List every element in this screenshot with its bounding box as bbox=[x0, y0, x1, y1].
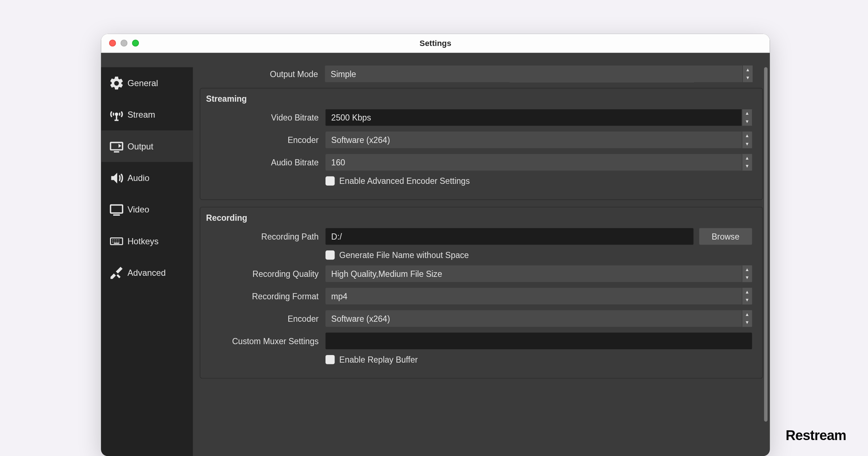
gear-icon bbox=[106, 72, 127, 94]
browse-button[interactable]: Browse bbox=[699, 228, 752, 245]
chevron-updown-icon: ▲▼ bbox=[742, 154, 752, 170]
streaming-group: Streaming Video Bitrate 2500 Kbps ▲▼ Enc… bbox=[200, 88, 763, 200]
settings-window: Settings General Stream bbox=[101, 34, 770, 456]
monitor-icon bbox=[106, 198, 127, 220]
sidebar-item-audio[interactable]: Audio bbox=[101, 162, 193, 194]
stepper-icon[interactable]: ▲▼ bbox=[742, 109, 752, 126]
output-mode-label: Output Mode bbox=[200, 69, 325, 78]
sidebar-item-output[interactable]: Output bbox=[101, 130, 193, 162]
recording-quality-select[interactable]: High Quality,Medium File Size ▲▼ bbox=[326, 265, 752, 282]
sidebar-item-label: Advanced bbox=[127, 268, 166, 278]
chevron-updown-icon: ▲▼ bbox=[742, 310, 752, 327]
sidebar-item-hotkeys[interactable]: Hotkeys bbox=[101, 225, 193, 257]
chevron-updown-icon: ▲▼ bbox=[742, 131, 752, 148]
custom-muxer-input[interactable] bbox=[326, 333, 752, 349]
sidebar-item-advanced[interactable]: Advanced bbox=[101, 257, 193, 288]
recording-format-select[interactable]: mp4 ▲▼ bbox=[326, 288, 752, 304]
sidebar-item-general[interactable]: General bbox=[101, 67, 193, 99]
tools-icon bbox=[106, 262, 127, 283]
audio-bitrate-label: Audio Bitrate bbox=[200, 158, 326, 167]
output-mode-select[interactable]: Simple ▲▼ bbox=[325, 66, 753, 82]
sidebar: General Stream Output bbox=[101, 67, 193, 456]
stream-encoder-select[interactable]: Software (x264) ▲▼ bbox=[326, 131, 752, 148]
checkbox-icon bbox=[326, 355, 335, 364]
sidebar-item-label: Audio bbox=[127, 173, 149, 183]
recording-encoder-label: Encoder bbox=[200, 314, 326, 323]
chevron-updown-icon: ▲▼ bbox=[742, 288, 752, 304]
recording-path-value: D:/ bbox=[331, 232, 342, 241]
stream-encoder-value: Software (x264) bbox=[331, 135, 390, 144]
custom-muxer-label: Custom Muxer Settings bbox=[200, 336, 326, 345]
recording-path-input[interactable]: D:/ bbox=[326, 228, 693, 245]
chevron-updown-icon: ▲▼ bbox=[742, 265, 752, 282]
keyboard-icon bbox=[106, 230, 127, 252]
antenna-icon bbox=[106, 104, 127, 126]
video-bitrate-value: 2500 Kbps bbox=[331, 113, 371, 122]
sidebar-item-label: Stream bbox=[127, 110, 155, 119]
recording-path-label: Recording Path bbox=[200, 232, 326, 241]
window-title: Settings bbox=[101, 38, 770, 47]
output-mode-value: Simple bbox=[331, 69, 356, 78]
recording-quality-value: High Quality,Medium File Size bbox=[331, 269, 442, 278]
sidebar-item-label: Hotkeys bbox=[127, 236, 158, 246]
recording-encoder-select[interactable]: Software (x264) ▲▼ bbox=[326, 310, 752, 327]
checkbox-icon bbox=[326, 176, 335, 185]
recording-group: Recording Recording Path D:/ Browse bbox=[200, 207, 763, 379]
recording-encoder-value: Software (x264) bbox=[331, 314, 390, 323]
sidebar-item-label: Video bbox=[127, 204, 149, 214]
monitor-output-icon bbox=[106, 135, 127, 157]
titlebar: Settings bbox=[101, 34, 770, 53]
stream-encoder-label: Encoder bbox=[200, 135, 326, 144]
main-panel: Output Mode Simple ▲▼ Streaming Video Bi… bbox=[193, 53, 770, 456]
video-bitrate-input[interactable]: 2500 Kbps ▲▼ bbox=[326, 109, 752, 126]
audio-bitrate-select[interactable]: 160 ▲▼ bbox=[326, 154, 752, 170]
chevron-updown-icon: ▲▼ bbox=[742, 66, 753, 82]
enable-advanced-encoder-label: Enable Advanced Encoder Settings bbox=[339, 176, 470, 185]
recording-format-label: Recording Format bbox=[200, 292, 326, 301]
sidebar-item-stream[interactable]: Stream bbox=[101, 99, 193, 130]
streaming-title: Streaming bbox=[200, 94, 762, 109]
video-bitrate-label: Video Bitrate bbox=[200, 113, 326, 122]
scrollbar[interactable] bbox=[764, 67, 768, 422]
no-space-filename-label: Generate File Name without Space bbox=[339, 250, 469, 259]
checkbox-icon bbox=[326, 250, 335, 259]
recording-format-value: mp4 bbox=[331, 292, 348, 301]
speaker-icon bbox=[106, 167, 127, 189]
sidebar-item-video[interactable]: Video bbox=[101, 194, 193, 225]
enable-replay-buffer-label: Enable Replay Buffer bbox=[339, 355, 418, 364]
no-space-filename-checkbox[interactable]: Generate File Name without Space bbox=[326, 250, 752, 259]
sidebar-item-label: General bbox=[127, 78, 158, 88]
sidebar-item-label: Output bbox=[127, 141, 153, 151]
recording-title: Recording bbox=[200, 213, 762, 228]
recording-quality-label: Recording Quality bbox=[200, 269, 326, 278]
svg-rect-2 bbox=[111, 205, 123, 213]
enable-replay-buffer-checkbox[interactable]: Enable Replay Buffer bbox=[326, 355, 752, 364]
audio-bitrate-value: 160 bbox=[331, 158, 345, 167]
watermark: Restream bbox=[786, 427, 846, 443]
enable-advanced-encoder-checkbox[interactable]: Enable Advanced Encoder Settings bbox=[326, 176, 752, 185]
